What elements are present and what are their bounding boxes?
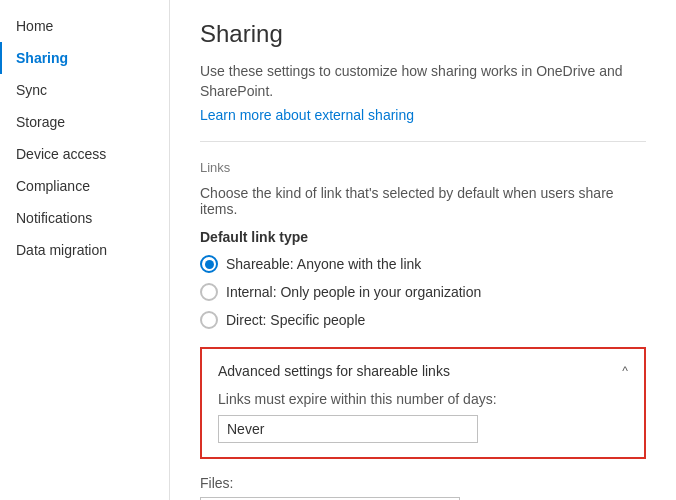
expiry-label: Links must expire within this number of …: [218, 391, 628, 407]
sidebar: Home Sharing Sync Storage Device access …: [0, 0, 170, 500]
section-description: Choose the kind of link that's selected …: [200, 185, 646, 217]
page-title: Sharing: [200, 20, 646, 48]
collapse-chevron-icon[interactable]: ^: [622, 364, 628, 378]
radio-direct-label: Direct: Specific people: [226, 312, 365, 328]
sidebar-item-sharing[interactable]: Sharing: [0, 42, 169, 74]
sidebar-item-notifications[interactable]: Notifications: [0, 202, 169, 234]
sidebar-item-device-access[interactable]: Device access: [0, 138, 169, 170]
radio-shareable[interactable]: Shareable: Anyone with the link: [200, 255, 646, 273]
sidebar-item-sync[interactable]: Sync: [0, 74, 169, 106]
sharing-description: Use these settings to customize how shar…: [200, 62, 646, 101]
radio-circle-shareable: [200, 255, 218, 273]
sidebar-item-data-migration[interactable]: Data migration: [0, 234, 169, 266]
files-section: Files: View, edit, and upload View only …: [200, 475, 646, 500]
default-link-type-label: Default link type: [200, 229, 646, 245]
sidebar-item-compliance[interactable]: Compliance: [0, 170, 169, 202]
radio-shareable-label: Shareable: Anyone with the link: [226, 256, 421, 272]
radio-circle-internal: [200, 283, 218, 301]
section-divider: [200, 141, 646, 142]
advanced-header: Advanced settings for shareable links ^: [218, 363, 628, 379]
radio-circle-direct: [200, 311, 218, 329]
section-label: Links: [200, 160, 646, 175]
radio-group: Shareable: Anyone with the link Internal…: [200, 255, 646, 329]
learn-more-link[interactable]: Learn more about external sharing: [200, 107, 414, 123]
radio-internal-label: Internal: Only people in your organizati…: [226, 284, 481, 300]
sidebar-item-home[interactable]: Home: [0, 10, 169, 42]
expiry-input[interactable]: [218, 415, 478, 443]
radio-direct[interactable]: Direct: Specific people: [200, 311, 646, 329]
advanced-settings-box: Advanced settings for shareable links ^ …: [200, 347, 646, 459]
files-label: Files:: [200, 475, 646, 491]
sidebar-item-storage[interactable]: Storage: [0, 106, 169, 138]
advanced-title: Advanced settings for shareable links: [218, 363, 450, 379]
links-section: Links Choose the kind of link that's sel…: [200, 160, 646, 329]
main-content: Sharing Use these settings to customize …: [170, 0, 676, 500]
radio-internal[interactable]: Internal: Only people in your organizati…: [200, 283, 646, 301]
